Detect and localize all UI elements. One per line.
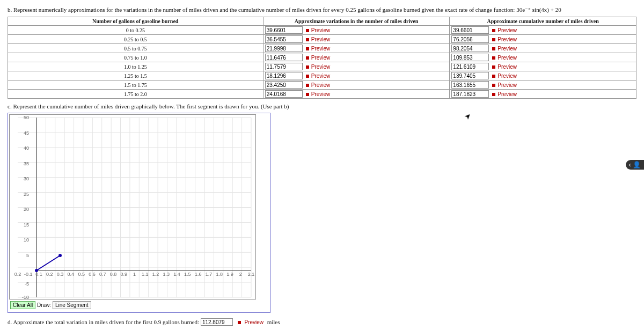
svg-point-76 xyxy=(58,254,62,257)
preview-link[interactable]: Preview xyxy=(497,73,517,79)
svg-text:0.4: 0.4 xyxy=(68,272,75,277)
table-row: 1.25 to 1.5PreviewPreview xyxy=(8,71,636,81)
table-row: 0.5 to 0.75PreviewPreview xyxy=(8,44,636,53)
preview-link[interactable]: Preview xyxy=(311,73,331,79)
svg-text:5: 5 xyxy=(26,253,29,258)
range-cell: 0.75 to 1.0 xyxy=(8,53,264,62)
status-dot-icon xyxy=(238,321,241,324)
preview-link[interactable]: Preview xyxy=(311,27,331,33)
side-tab[interactable]: ‹ 👤 xyxy=(626,160,644,170)
cum-input[interactable] xyxy=(451,72,489,79)
svg-text:-0.1: -0.1 xyxy=(24,272,33,277)
svg-text:1: 1 xyxy=(133,272,136,277)
status-dot-icon xyxy=(492,56,495,60)
range-cell: 1.5 to 1.75 xyxy=(8,81,264,90)
preview-link[interactable]: Preview xyxy=(497,64,517,70)
table-row: 0.25 to 0.5PreviewPreview xyxy=(8,35,636,44)
preview-link[interactable]: Preview xyxy=(311,64,331,70)
var-cell: Preview xyxy=(263,90,450,99)
status-dot-icon xyxy=(492,47,495,50)
cum-input[interactable] xyxy=(451,63,489,70)
svg-text:2: 2 xyxy=(239,272,242,277)
header-range: Number of gallons of gasoline burned xyxy=(8,17,264,26)
preview-link[interactable]: Preview xyxy=(311,82,331,88)
cum-cell: Preview xyxy=(450,81,636,90)
var-input[interactable] xyxy=(265,90,303,98)
var-cell: Preview xyxy=(263,81,450,90)
cum-input[interactable] xyxy=(451,81,489,89)
var-input[interactable] xyxy=(265,35,303,43)
svg-text:0.2: 0.2 xyxy=(46,272,53,277)
var-cell: Preview xyxy=(263,44,450,53)
preview-link[interactable]: Preview xyxy=(311,91,331,97)
preview-link[interactable]: Preview xyxy=(497,55,517,61)
svg-text:0.5: 0.5 xyxy=(78,272,85,277)
clear-all-button[interactable]: Clear All xyxy=(10,301,35,309)
status-dot-icon xyxy=(492,38,495,41)
table-row: 1.75 to 2.0PreviewPreview xyxy=(8,90,636,99)
cum-input[interactable] xyxy=(451,26,489,34)
cum-input[interactable] xyxy=(451,35,489,43)
var-input[interactable] xyxy=(265,81,303,89)
svg-text:2.1: 2.1 xyxy=(248,272,255,277)
preview-link[interactable]: Preview xyxy=(497,46,517,52)
preview-link[interactable]: Preview xyxy=(244,319,264,325)
svg-text:0.8: 0.8 xyxy=(110,272,117,277)
var-cell: Preview xyxy=(263,35,450,44)
svg-text:45: 45 xyxy=(24,130,29,136)
table-row: 0.75 to 1.0PreviewPreview xyxy=(8,53,636,62)
cum-input[interactable] xyxy=(451,54,489,61)
svg-text:0.6: 0.6 xyxy=(89,272,96,277)
svg-text:1.6: 1.6 xyxy=(195,272,202,277)
cum-cell: Preview xyxy=(450,90,636,99)
preview-link[interactable]: Preview xyxy=(311,36,331,42)
svg-text:-5: -5 xyxy=(25,281,29,287)
var-input[interactable] xyxy=(265,26,303,34)
status-dot-icon xyxy=(492,93,495,96)
svg-text:-10: -10 xyxy=(22,295,29,299)
svg-text:1.7: 1.7 xyxy=(206,272,213,277)
var-cell: Preview xyxy=(263,26,450,35)
header-var: Approximate variations in the number of … xyxy=(263,17,450,26)
status-dot-icon xyxy=(492,65,495,69)
status-dot-icon xyxy=(492,84,495,87)
var-input[interactable] xyxy=(265,63,303,70)
svg-text:0.2: 0.2 xyxy=(14,272,21,277)
preview-link[interactable]: Preview xyxy=(497,27,517,33)
header-cum: Approximate cumulative number of miles d… xyxy=(450,17,636,26)
var-input[interactable] xyxy=(265,45,303,52)
status-dot-icon xyxy=(306,47,309,50)
svg-text:40: 40 xyxy=(24,145,29,151)
svg-text:1.5: 1.5 xyxy=(184,272,191,277)
preview-link[interactable]: Preview xyxy=(497,82,517,88)
svg-text:30: 30 xyxy=(24,176,29,181)
line-segment-button[interactable]: Line Segment xyxy=(53,301,91,309)
status-dot-icon xyxy=(306,84,309,87)
status-dot-icon xyxy=(492,29,495,32)
preview-link[interactable]: Preview xyxy=(497,36,517,42)
cum-input[interactable] xyxy=(451,90,489,98)
status-dot-icon xyxy=(306,29,309,32)
var-cell: Preview xyxy=(263,71,450,81)
preview-link[interactable]: Preview xyxy=(311,55,331,61)
cum-input[interactable] xyxy=(451,45,489,52)
status-dot-icon xyxy=(306,38,309,41)
svg-text:0.3: 0.3 xyxy=(57,272,64,277)
svg-text:10: 10 xyxy=(24,237,29,243)
var-input[interactable] xyxy=(265,54,303,61)
preview-link[interactable]: Preview xyxy=(497,91,517,97)
draw-label: Draw: xyxy=(37,302,51,308)
cum-cell: Preview xyxy=(450,44,636,53)
part-c-prompt: c. Represent the cumulative number of mi… xyxy=(8,103,636,109)
graph-canvas[interactable]: 5045403530252015105-5-10 0.2-0.10.10.20.… xyxy=(9,114,256,299)
table-row: 1.0 to 1.25PreviewPreview xyxy=(8,62,636,71)
var-cell: Preview xyxy=(263,53,450,62)
svg-text:1.4: 1.4 xyxy=(173,272,180,277)
preview-link[interactable]: Preview xyxy=(311,46,331,52)
cum-cell: Preview xyxy=(450,53,636,62)
status-dot-icon xyxy=(306,56,309,60)
var-input[interactable] xyxy=(265,72,303,79)
range-cell: 0.25 to 0.5 xyxy=(8,35,264,44)
part-d-input[interactable] xyxy=(201,318,233,326)
svg-text:1.8: 1.8 xyxy=(216,272,223,277)
